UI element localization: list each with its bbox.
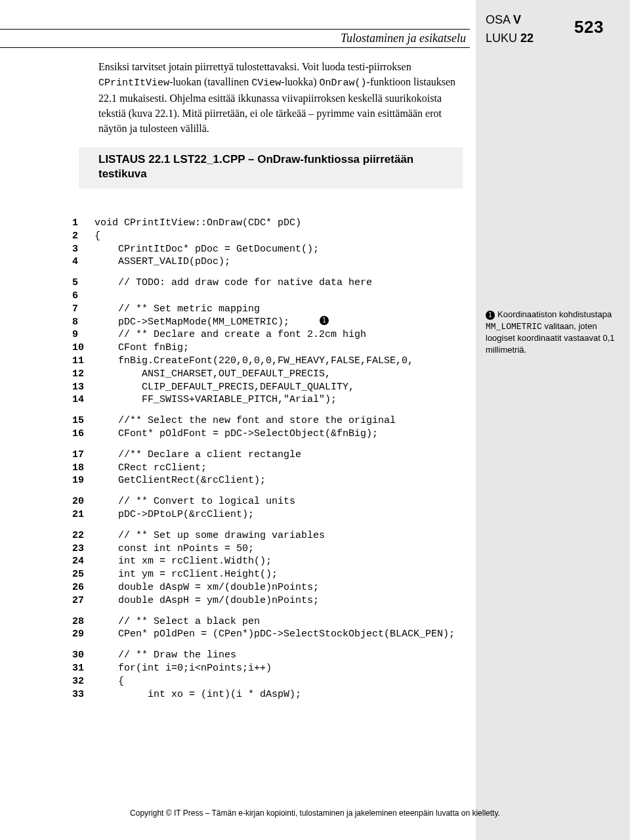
line-number: 27 — [72, 594, 94, 608]
header-subtitle: Tulostaminen ja esikatselu — [341, 32, 466, 45]
code-gap — [72, 441, 479, 449]
page: Tulostaminen ja esikatselu OSA V LUKU 22… — [0, 0, 630, 840]
code-line: 3 CPrintItDoc* pDoc = GetDocument(); — [72, 243, 479, 256]
code-line: 5 // TODO: add draw code for native data… — [72, 276, 479, 290]
code-text: { — [94, 230, 100, 243]
line-number: 30 — [72, 649, 94, 662]
code-text: ANSI_CHARSET,OUT_DEFAULT_PRECIS, — [94, 368, 331, 381]
line-number: 3 — [72, 243, 94, 256]
line-number: 15 — [72, 414, 94, 428]
line-number: 23 — [72, 542, 94, 556]
code-line: 4 ASSERT_VALID(pDoc); — [72, 255, 479, 269]
code-line: 24 int xm = rcClient.Width(); — [72, 555, 479, 568]
code-text: CLIP_DEFAULT_PRECIS,DEFAULT_QUALITY, — [94, 381, 354, 394]
code-line: 9 // ** Declare and create a font 2.2cm … — [72, 328, 479, 342]
code-line: 30 // ** Draw the lines — [72, 649, 479, 662]
line-number: 5 — [72, 276, 94, 290]
code-line: 15 //** Select the new font and store th… — [72, 414, 479, 428]
code-gap — [72, 641, 479, 649]
code-text: int xo = (int)(i * dAspW); — [94, 688, 301, 701]
luku-label: LUKU — [486, 32, 517, 45]
line-number: 22 — [72, 529, 94, 542]
code-inline: CPrintItView — [98, 77, 169, 89]
line-number: 25 — [72, 568, 94, 581]
line-number: 13 — [72, 381, 94, 394]
line-number: 19 — [72, 474, 94, 487]
code-text: CFont* pOldFont = pDC->SelectObject(&fnB… — [94, 428, 378, 441]
code-text: // ** Set up some drawing variables — [94, 529, 325, 542]
line-number: 20 — [72, 495, 94, 508]
rule-top — [0, 29, 470, 30]
line-number: 9 — [72, 328, 94, 342]
para-text: Ensiksi tarvitset jotain piirrettyä tulo… — [98, 61, 411, 72]
margin-note-marker-icon: 1 — [486, 311, 495, 320]
code-text: FF_SWISS+VARIABLE_PITCH,"Arial"); — [94, 393, 337, 407]
code-line: 14 FF_SWISS+VARIABLE_PITCH,"Arial"); — [72, 393, 479, 407]
code-text: // ** Set metric mapping — [94, 303, 260, 316]
code-text: // TODO: add draw code for native data h… — [94, 276, 372, 290]
line-number: 14 — [72, 393, 94, 407]
intro-paragraph: Ensiksi tarvitset jotain piirrettyä tulo… — [98, 59, 463, 137]
code-line: 16 CFont* pOldFont = pDC->SelectObject(&… — [72, 428, 479, 441]
rule-bottom — [0, 47, 470, 48]
code-text: const int nPoints = 50; — [94, 542, 254, 556]
line-number: 6 — [72, 290, 94, 303]
line-number: 28 — [72, 615, 94, 629]
line-number: 12 — [72, 368, 94, 381]
code-text: int ym = rcClient.Height(); — [94, 568, 278, 581]
code-line: 32 { — [72, 675, 479, 688]
code-text: for(int i=0;i<nPoints;i++) — [94, 662, 272, 675]
code-text: void CPrintItView::OnDraw(CDC* pDC) — [94, 217, 301, 230]
line-number: 7 — [72, 303, 94, 316]
copyright-footer: Copyright © IT Press – Tämän e-kirjan ko… — [0, 808, 630, 818]
code-text: CRect rcClient; — [94, 462, 207, 475]
code-text: // ** Declare and create a font 2.2cm hi… — [94, 328, 366, 342]
line-number: 32 — [72, 675, 94, 688]
code-text: double dAspH = ym/(double)nPoints; — [94, 594, 319, 608]
code-line: 28 // ** Select a black pen — [72, 615, 479, 629]
line-number: 8 — [72, 316, 94, 329]
margin-note-text: Koordinaatiston kohdistustapa — [497, 309, 612, 319]
sidebar-shade — [476, 0, 630, 840]
listing-heading: LISTAUS 22.1 LST22_1.CPP – OnDraw-funkti… — [79, 147, 463, 189]
code-line: 21 pDC->DPtoLP(&rcClient); — [72, 508, 479, 521]
code-line: 12 ANSI_CHARSET,OUT_DEFAULT_PRECIS, — [72, 368, 479, 381]
code-line: 8 pDC->SetMapMode(MM_LOMETRIC);1 — [72, 316, 479, 329]
line-number: 26 — [72, 581, 94, 594]
code-gap — [72, 407, 479, 414]
line-number: 33 — [72, 688, 94, 701]
code-text: pDC->DPtoLP(&rcClient); — [94, 508, 254, 521]
osa-num: V — [513, 13, 521, 26]
code-line: 23 const int nPoints = 50; — [72, 542, 479, 556]
code-line: 13 CLIP_DEFAULT_PRECIS,DEFAULT_QUALITY, — [72, 381, 479, 394]
code-text: CFont fnBig; — [94, 342, 189, 355]
para-text: -luokka) — [281, 76, 319, 87]
code-text: double dAspW = xm/(double)nPoints; — [94, 581, 319, 594]
page-number: 523 — [574, 17, 604, 37]
luku-num: 22 — [520, 32, 534, 45]
code-line: 26 double dAspW = xm/(double)nPoints; — [72, 581, 479, 594]
code-text: //** Declare a client rectangle — [94, 449, 301, 462]
code-gap — [72, 521, 479, 529]
line-number: 10 — [72, 342, 94, 355]
line-number: 29 — [72, 628, 94, 641]
code-line: 19 GetClientRect(&rcClient); — [72, 474, 479, 487]
line-number: 4 — [72, 255, 94, 269]
code-listing: 1void CPrintItView::OnDraw(CDC* pDC)2{3 … — [72, 217, 479, 701]
code-text: // ** Select a black pen — [94, 615, 260, 629]
code-line: 22 // ** Set up some drawing variables — [72, 529, 479, 542]
para-text: -luokan (tavallinen — [169, 76, 251, 87]
code-text: //** Select the new font and store the o… — [94, 414, 396, 428]
osa-label: OSA — [486, 13, 510, 26]
code-text: { — [94, 675, 124, 688]
code-line: 17 //** Declare a client rectangle — [72, 449, 479, 462]
code-line: 18 CRect rcClient; — [72, 462, 479, 475]
code-line: 2{ — [72, 230, 479, 243]
code-text: CPrintItDoc* pDoc = GetDocument(); — [94, 243, 319, 256]
line-number: 24 — [72, 555, 94, 568]
margin-note: 1Koordinaatiston kohdistustapa MM_LOMETR… — [486, 309, 617, 355]
code-text: int xm = rcClient.Width(); — [94, 555, 272, 568]
code-inline: MM_LOMETRIC — [486, 322, 542, 332]
code-text: // ** Draw the lines — [94, 649, 236, 662]
line-number: 18 — [72, 462, 94, 475]
